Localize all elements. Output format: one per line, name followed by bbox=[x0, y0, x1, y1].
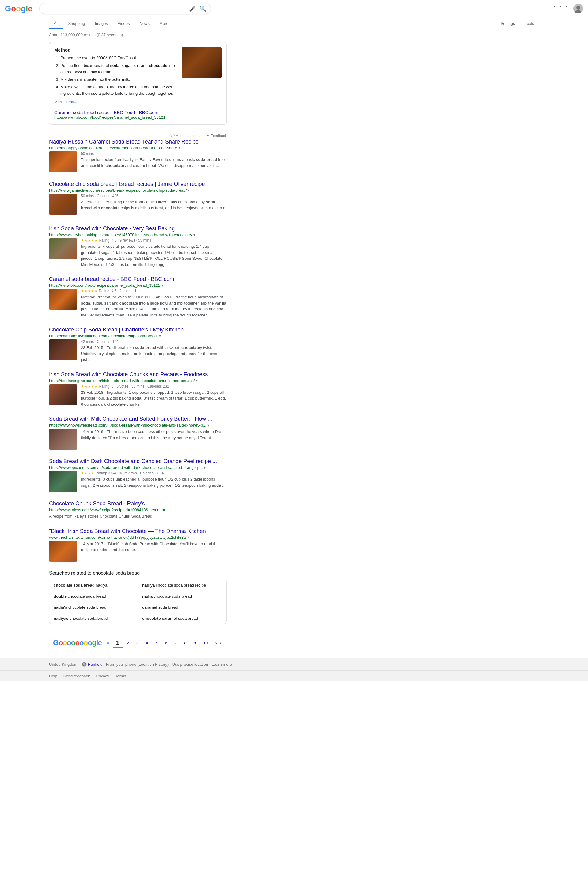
logo-o5: o bbox=[75, 639, 80, 647]
related-item-8[interactable]: chocolate caramel soda bread bbox=[138, 613, 226, 624]
search-icons: 🎤 🔍 bbox=[189, 5, 206, 12]
result-url-text-1[interactable]: https://thehappyfoodie.co.uk/recipes/car… bbox=[49, 146, 177, 150]
page-2[interactable]: 2 bbox=[124, 639, 132, 647]
header-right: ⋮⋮⋮ bbox=[551, 4, 583, 14]
page-3[interactable]: 3 bbox=[133, 639, 141, 647]
result-rating-3: ★★★★★ Rating: 4.8 · 9 reviews · 55 mins bbox=[81, 238, 227, 242]
result-title-2[interactable]: Chocolate chip soda bread | Bread recipe… bbox=[49, 181, 227, 187]
result-url-arrow-4[interactable]: ▾ bbox=[162, 283, 164, 288]
related-item-4[interactable]: nadia chocolate soda bread bbox=[138, 591, 226, 602]
logo-o2: o bbox=[63, 639, 67, 647]
page-1[interactable]: 1 bbox=[113, 637, 123, 648]
related-item-1[interactable]: chocolate soda bread nadiya bbox=[50, 580, 138, 591]
result-url-arrow-7[interactable]: ▾ bbox=[207, 423, 209, 427]
google-logo[interactable]: Google bbox=[5, 4, 33, 13]
result-thumb-inner-3 bbox=[49, 238, 77, 259]
result-url-arrow-8[interactable]: ▾ bbox=[204, 466, 206, 470]
result-url-5: https://charlotteslivelykitchen.com/choc… bbox=[49, 334, 227, 338]
footer-henfield-link[interactable]: Henfield bbox=[88, 662, 103, 667]
result-item-5: Chocolate Chip Soda Bread | Charlotte's … bbox=[49, 326, 227, 363]
result-title-4[interactable]: Caramel soda bread recipe - BBC Food - B… bbox=[49, 276, 227, 283]
related-searches: Searches related to chocolate soda bread… bbox=[49, 570, 227, 624]
tab-images[interactable]: Images bbox=[90, 18, 113, 29]
featured-snippet: Method Preheat the oven to 200C/180C Fan… bbox=[49, 42, 227, 125]
result-url-arrow-5[interactable]: ▾ bbox=[159, 334, 161, 338]
result-url-arrow-1[interactable]: ▾ bbox=[178, 146, 180, 150]
result-thumb-inner-1 bbox=[49, 152, 77, 172]
result-url-text-5[interactable]: https://charlotteslivelykitchen.com/choc… bbox=[49, 334, 158, 338]
result-meta-container-7: 14 Mar 2016 - There have been countless … bbox=[49, 429, 227, 450]
result-url-arrow-3[interactable]: ▾ bbox=[194, 233, 195, 237]
result-url-text-8[interactable]: https://www.epicurious.com/.../soda-brea… bbox=[49, 465, 202, 470]
result-title-6[interactable]: Irish Soda Bread with Chocolate Chunks a… bbox=[49, 371, 227, 378]
feedback-link[interactable]: ⚑ Feedback bbox=[206, 134, 227, 138]
next-link[interactable]: Next bbox=[214, 640, 223, 645]
search-icon[interactable]: 🔍 bbox=[200, 5, 206, 12]
result-title-1[interactable]: Nadiya Hussain Caramel Soda Bread Tear a… bbox=[49, 138, 227, 145]
result-snippet-1: This genius recipe from Nadiya's Family … bbox=[81, 157, 227, 168]
related-item-5[interactable]: nadia's chocolate soda bread bbox=[50, 602, 138, 613]
related-item-2[interactable]: nadiya chocolate soda bread recipe bbox=[138, 580, 226, 591]
result-title-8[interactable]: Soda Bread with Dark Chocolate and Candi… bbox=[49, 458, 227, 465]
tab-news[interactable]: News bbox=[135, 18, 155, 29]
result-url-arrow-2[interactable]: ▾ bbox=[188, 188, 190, 192]
footer-privacy-link[interactable]: Privacy bbox=[96, 674, 109, 678]
tab-settings[interactable]: Settings bbox=[496, 18, 520, 29]
page-5[interactable]: 5 bbox=[153, 639, 161, 647]
page-8[interactable]: 8 bbox=[181, 639, 189, 647]
result-body-4: ★★★★★ Rating: 4.5 · 2 votes · 1 hr Metho… bbox=[81, 289, 227, 318]
result-item-3: Irish Soda Bread with Chocolate - Very B… bbox=[49, 226, 227, 268]
related-item-7[interactable]: nadiyas chocolate soda bread bbox=[50, 613, 138, 624]
result-body-1: 50 mins This genius recipe from Nadiya's… bbox=[81, 152, 227, 168]
result-url-text-9[interactable]: https://www.raleys.com/www/recipe?recipe… bbox=[49, 508, 165, 512]
logo-g: g bbox=[92, 639, 96, 647]
page-9[interactable]: 9 bbox=[190, 639, 199, 647]
result-url-text-2[interactable]: https://www.jamieoliver.com/recipes/brea… bbox=[49, 188, 187, 192]
result-url-arrow-6[interactable]: ▾ bbox=[196, 379, 198, 383]
result-url-text-4[interactable]: https://www.bbc.com/food/recipes/caramel… bbox=[49, 283, 160, 288]
pagination: Goooooooogle ► 1 2 3 4 5 6 7 8 9 10 Next bbox=[49, 631, 227, 658]
result-url-text-3[interactable]: https://www.verybestbaking.com/recipes/1… bbox=[49, 232, 192, 237]
featured-image-inner bbox=[182, 47, 222, 78]
result-url-text-10[interactable]: www.thedharmakitchen.com/carrie-havranek… bbox=[49, 535, 186, 540]
result-url-text-6[interactable]: https://foodnessgracious.com/irish-soda-… bbox=[49, 379, 195, 383]
footer-help-link[interactable]: Help bbox=[49, 674, 57, 678]
tab-shopping[interactable]: Shopping bbox=[63, 18, 90, 29]
search-input[interactable]: chocolate soda bread bbox=[44, 6, 187, 11]
featured-step-4: Make a well in the centre of the dry ing… bbox=[60, 84, 177, 97]
result-title-9[interactable]: Chocolate Chunk Soda Bread - Raley's bbox=[49, 501, 227, 507]
footer-terms-link[interactable]: Terms bbox=[115, 674, 126, 678]
tab-more[interactable]: More bbox=[154, 18, 173, 29]
page-10[interactable]: 10 bbox=[200, 639, 211, 647]
tab-all[interactable]: All bbox=[49, 18, 63, 29]
stars-6: ★★★★★ bbox=[81, 384, 98, 388]
related-item-6[interactable]: caramel soda bread bbox=[138, 602, 226, 613]
tab-videos[interactable]: Videos bbox=[113, 18, 135, 29]
stars-8: ★★★★ bbox=[81, 471, 94, 475]
result-title-7[interactable]: Soda Bread with Milk Chocolate and Salte… bbox=[49, 416, 227, 422]
account-icon[interactable] bbox=[573, 4, 583, 14]
footer-send-feedback-link[interactable]: Send feedback bbox=[63, 674, 90, 678]
result-title-10[interactable]: "Black" Irish Soda Bread with Chocolate … bbox=[49, 528, 227, 534]
page-6[interactable]: 6 bbox=[162, 639, 170, 647]
result-meta-container-9: A recipe from Raley's stores Chocolate C… bbox=[49, 513, 227, 519]
result-url-arrow-10[interactable]: ▾ bbox=[187, 535, 189, 540]
featured-source: Caramel soda bread recipe - BBC Food - B… bbox=[54, 107, 177, 120]
featured-more-link[interactable]: More items... bbox=[54, 99, 177, 104]
microphone-icon[interactable]: 🎤 bbox=[189, 5, 196, 12]
apps-icon[interactable]: ⋮⋮⋮ bbox=[551, 5, 570, 12]
about-result-link[interactable]: ⓘ About this result bbox=[171, 134, 202, 138]
result-title-5[interactable]: Chocolate Chip Soda Bread | Charlotte's … bbox=[49, 326, 227, 333]
tab-tools[interactable]: Tools bbox=[520, 18, 539, 29]
result-snippet-6: 23 Feb 2018 - Ingredients: 1 cup pecans … bbox=[81, 389, 227, 407]
related-item-3[interactable]: double chocolate soda bread bbox=[50, 591, 138, 602]
featured-source-url[interactable]: https://www.bbc.com/food/recipes/caramel… bbox=[54, 115, 177, 120]
result-snippet-8: Ingredients: 3 cups unbleached all purpo… bbox=[81, 476, 227, 488]
result-rating-8: ★★★★ Rating: 3.5/4 · 18 reviews · Calori… bbox=[81, 471, 227, 475]
result-title-3[interactable]: Irish Soda Bread with Chocolate - Very B… bbox=[49, 226, 227, 232]
pagination-arrow: ► bbox=[106, 640, 111, 645]
page-4[interactable]: 4 bbox=[143, 639, 151, 647]
featured-source-title[interactable]: Caramel soda bread recipe - BBC Food - B… bbox=[54, 110, 177, 115]
page-7[interactable]: 7 bbox=[172, 639, 180, 647]
result-url-text-7[interactable]: https://www.howsweesteats.com/.../soda-b… bbox=[49, 423, 206, 427]
